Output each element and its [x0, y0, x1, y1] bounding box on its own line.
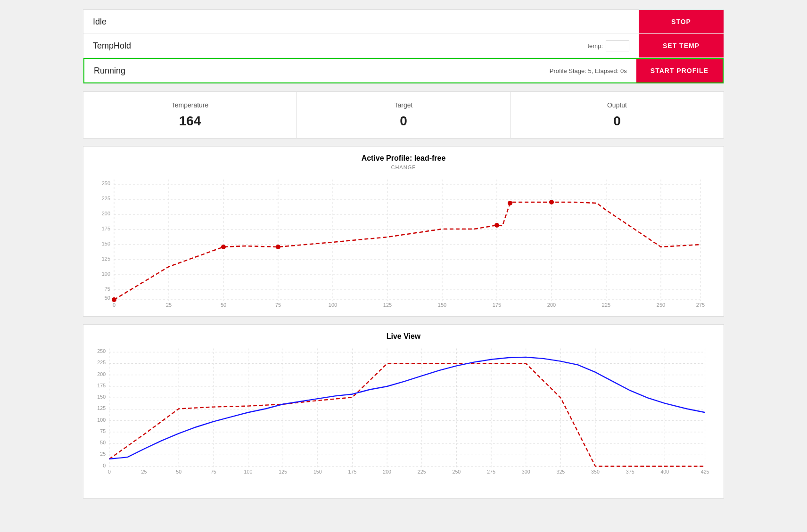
- active-profile-svg: 250 225 200 175 150 125 100 75 50: [93, 175, 714, 307]
- svg-text:400: 400: [660, 469, 669, 475]
- active-profile-title: Active Profile: lead-free: [93, 154, 714, 163]
- svg-text:25: 25: [141, 469, 147, 475]
- temp-label: temp:: [587, 42, 603, 49]
- svg-text:175: 175: [102, 226, 110, 231]
- profile-dot: [112, 297, 116, 302]
- svg-text:75: 75: [100, 428, 106, 434]
- svg-text:225: 225: [97, 360, 106, 365]
- svg-text:200: 200: [383, 469, 391, 475]
- stop-button[interactable]: STOP: [639, 10, 724, 33]
- active-profile-chart-container: Active Profile: lead-free CHANGE 250 225…: [83, 146, 724, 317]
- stat-temperature-label: Temperature: [93, 101, 287, 109]
- running-label: Running: [84, 60, 540, 82]
- svg-text:350: 350: [591, 469, 600, 475]
- svg-text:25: 25: [100, 451, 106, 457]
- svg-text:0: 0: [108, 469, 111, 475]
- profile-dot: [494, 223, 499, 228]
- stat-output: Ouptut 0: [511, 92, 724, 138]
- svg-text:75: 75: [211, 469, 216, 475]
- running-row: Running Profile Stage: 5, Elapsed: 0s ST…: [83, 58, 724, 83]
- svg-text:300: 300: [522, 469, 530, 475]
- svg-text:125: 125: [383, 302, 392, 308]
- svg-text:425: 425: [701, 469, 709, 475]
- profile-line: [114, 202, 700, 300]
- svg-text:250: 250: [97, 348, 106, 354]
- svg-text:150: 150: [313, 469, 322, 475]
- svg-text:0: 0: [113, 302, 115, 308]
- svg-text:175: 175: [97, 383, 106, 388]
- idle-label: Idle: [83, 11, 639, 33]
- main-container: Idle STOP TempHold temp: SET TEMP Runnin…: [83, 9, 724, 499]
- svg-text:75: 75: [105, 286, 110, 292]
- svg-text:200: 200: [547, 302, 556, 308]
- profile-dot: [276, 245, 280, 249]
- temp-section: temp:: [578, 40, 639, 51]
- svg-text:200: 200: [97, 371, 106, 377]
- svg-text:75: 75: [275, 302, 281, 308]
- svg-text:275: 275: [487, 469, 495, 475]
- start-profile-button[interactable]: START PROFILE: [636, 59, 723, 82]
- temphold-label: TempHold: [83, 35, 578, 57]
- svg-text:250: 250: [102, 180, 110, 186]
- svg-text:100: 100: [244, 469, 253, 475]
- svg-text:50: 50: [176, 469, 181, 475]
- temp-input[interactable]: [606, 40, 629, 51]
- svg-text:50: 50: [100, 440, 106, 445]
- svg-text:325: 325: [556, 469, 565, 475]
- svg-text:100: 100: [329, 302, 337, 308]
- stat-temperature-value: 164: [93, 114, 287, 129]
- stat-output-label: Ouptut: [520, 101, 714, 109]
- svg-text:375: 375: [626, 469, 634, 475]
- profile-dot: [221, 245, 226, 249]
- running-meta: Profile Stage: 5, Elapsed: 0s: [540, 67, 636, 74]
- svg-text:150: 150: [438, 302, 446, 308]
- stat-target-value: 0: [306, 114, 501, 129]
- live-view-title: Live View: [93, 332, 714, 341]
- set-temp-button[interactable]: SET TEMP: [639, 34, 724, 57]
- svg-text:175: 175: [348, 469, 357, 475]
- stat-target: Target 0: [297, 92, 511, 138]
- svg-text:150: 150: [97, 394, 106, 400]
- stat-temperature: Temperature 164: [83, 92, 297, 138]
- svg-text:50: 50: [105, 295, 110, 301]
- profile-dot: [549, 200, 554, 205]
- live-actual-line: [109, 357, 705, 459]
- svg-text:225: 225: [102, 196, 110, 201]
- svg-text:125: 125: [102, 256, 110, 262]
- svg-text:200: 200: [102, 211, 110, 216]
- svg-text:125: 125: [97, 405, 106, 411]
- stats-row: Temperature 164 Target 0 Ouptut 0: [83, 91, 724, 139]
- profile-dot: [508, 201, 512, 205]
- svg-text:125: 125: [279, 469, 287, 475]
- svg-text:100: 100: [102, 271, 110, 277]
- active-profile-subtitle: CHANGE: [93, 164, 714, 170]
- stat-target-label: Target: [306, 101, 501, 109]
- svg-text:25: 25: [166, 302, 172, 308]
- svg-text:0: 0: [103, 463, 106, 468]
- svg-text:100: 100: [97, 417, 106, 423]
- svg-text:275: 275: [696, 302, 705, 308]
- live-profile-line: [109, 364, 705, 467]
- svg-text:250: 250: [453, 469, 461, 475]
- live-view-chart-container: Live View 250 225 200 175 150 125 100 75…: [83, 324, 724, 499]
- idle-row: Idle STOP: [83, 10, 724, 34]
- svg-text:50: 50: [221, 302, 226, 308]
- stat-output-value: 0: [520, 114, 714, 129]
- svg-text:175: 175: [493, 302, 501, 308]
- svg-text:225: 225: [602, 302, 610, 308]
- svg-text:150: 150: [102, 241, 110, 246]
- temphold-row: TempHold temp: SET TEMP: [83, 34, 724, 58]
- live-view-svg: 250 225 200 175 150 125 100 75 50 25 0: [93, 343, 714, 489]
- svg-text:250: 250: [657, 302, 665, 308]
- svg-text:225: 225: [418, 469, 426, 475]
- control-panel: Idle STOP TempHold temp: SET TEMP Runnin…: [83, 9, 724, 84]
